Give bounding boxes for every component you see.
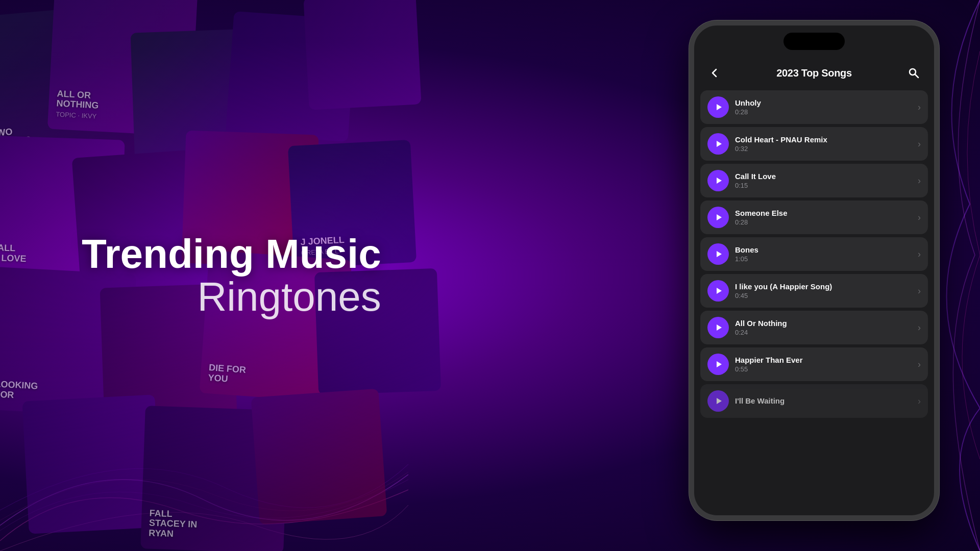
song-item[interactable]: Cold Heart - PNAU Remix 0:32 › xyxy=(700,127,928,161)
chevron-right-icon: › xyxy=(918,359,921,370)
song-info: Call It Love 0:15 xyxy=(735,172,912,189)
song-duration: 0:45 xyxy=(735,292,912,299)
song-info: Bones 1:05 xyxy=(735,245,912,263)
song-duration: 0:55 xyxy=(735,365,912,373)
song-title: All Or Nothing xyxy=(735,319,912,328)
song-item[interactable]: I like you (A Happier Song) 0:45 › xyxy=(700,274,928,308)
screen-header: 2023 Top Songs xyxy=(694,59,934,90)
play-button[interactable] xyxy=(707,317,729,338)
song-item[interactable]: All Or Nothing 0:24 › xyxy=(700,311,928,344)
song-item[interactable]: Call It Love 0:15 › xyxy=(700,164,928,197)
play-button[interactable] xyxy=(707,170,729,191)
hero-line1: Trending Music xyxy=(82,233,381,276)
chevron-right-icon: › xyxy=(918,396,921,407)
play-button[interactable] xyxy=(707,354,729,375)
back-button[interactable] xyxy=(705,64,724,82)
song-title: I like you (A Happier Song) xyxy=(735,282,912,291)
song-title: Call It Love xyxy=(735,172,912,181)
song-info: I'll Be Waiting xyxy=(735,396,912,406)
song-item[interactable]: I'll Be Waiting › xyxy=(700,384,928,418)
song-item[interactable]: Unholy 0:28 › xyxy=(700,90,928,124)
song-item[interactable]: Happier Than Ever 0:55 › xyxy=(700,347,928,381)
song-info: Happier Than Ever 0:55 xyxy=(735,356,912,373)
song-info: Cold Heart - PNAU Remix 0:32 xyxy=(735,135,912,153)
svg-marker-7 xyxy=(717,288,722,294)
chevron-right-icon: › xyxy=(918,322,921,333)
song-duration: 0:32 xyxy=(735,145,912,153)
phone-screen: 2023 Top Songs Unholy 0:28 › xyxy=(694,26,934,515)
chevron-right-icon: › xyxy=(918,286,921,296)
chevron-right-icon: › xyxy=(918,102,921,113)
album-card-14 xyxy=(22,394,161,534)
svg-marker-3 xyxy=(717,141,722,147)
song-duration: 1:05 xyxy=(735,255,912,263)
song-title: Someone Else xyxy=(735,209,912,217)
song-item[interactable]: Bones 1:05 › xyxy=(700,237,928,271)
song-list: Unholy 0:28 › Cold Heart - PNAU Remix 0:… xyxy=(694,90,934,418)
svg-marker-2 xyxy=(717,104,722,110)
song-duration: 0:28 xyxy=(735,218,912,226)
dynamic-island xyxy=(783,33,845,50)
play-button[interactable] xyxy=(707,133,729,155)
hero-text-block: Trending Music Ringtones xyxy=(82,233,381,318)
phone-mockup: 2023 Top Songs Unholy 0:28 › xyxy=(689,20,939,520)
song-info: I like you (A Happier Song) 0:45 xyxy=(735,282,912,299)
song-title: I'll Be Waiting xyxy=(735,396,912,405)
song-duration: 0:28 xyxy=(735,108,912,116)
song-title: Unholy xyxy=(735,98,912,107)
svg-marker-5 xyxy=(717,214,722,220)
hero-line2: Ringtones xyxy=(82,276,381,318)
chevron-right-icon: › xyxy=(918,212,921,223)
song-title: Happier Than Ever xyxy=(735,356,912,364)
song-info: Unholy 0:28 xyxy=(735,98,912,116)
song-item[interactable]: Someone Else 0:28 › xyxy=(700,201,928,234)
chevron-right-icon: › xyxy=(918,139,921,149)
screen-title: 2023 Top Songs xyxy=(776,67,852,79)
play-button[interactable] xyxy=(707,96,729,118)
album-card-5 xyxy=(303,0,421,110)
song-info: All Or Nothing 0:24 xyxy=(735,319,912,336)
phone-body: 2023 Top Songs Unholy 0:28 › xyxy=(689,20,939,520)
play-button[interactable] xyxy=(707,280,729,302)
album-card-16 xyxy=(251,389,387,525)
song-title: Cold Heart - PNAU Remix xyxy=(735,135,912,144)
svg-marker-8 xyxy=(717,324,722,331)
play-button[interactable] xyxy=(707,390,729,412)
song-duration: 0:24 xyxy=(735,329,912,336)
play-button[interactable] xyxy=(707,243,729,265)
chevron-right-icon: › xyxy=(918,249,921,260)
song-duration: 0:15 xyxy=(735,182,912,189)
svg-line-1 xyxy=(915,74,919,78)
chevron-right-icon: › xyxy=(918,176,921,186)
svg-marker-4 xyxy=(717,178,722,184)
song-info: Someone Else 0:28 xyxy=(735,209,912,226)
search-button[interactable] xyxy=(904,64,923,82)
svg-marker-6 xyxy=(717,251,722,257)
song-title: Bones xyxy=(735,245,912,254)
svg-marker-9 xyxy=(717,361,722,367)
play-button[interactable] xyxy=(707,207,729,228)
svg-marker-10 xyxy=(717,398,722,404)
